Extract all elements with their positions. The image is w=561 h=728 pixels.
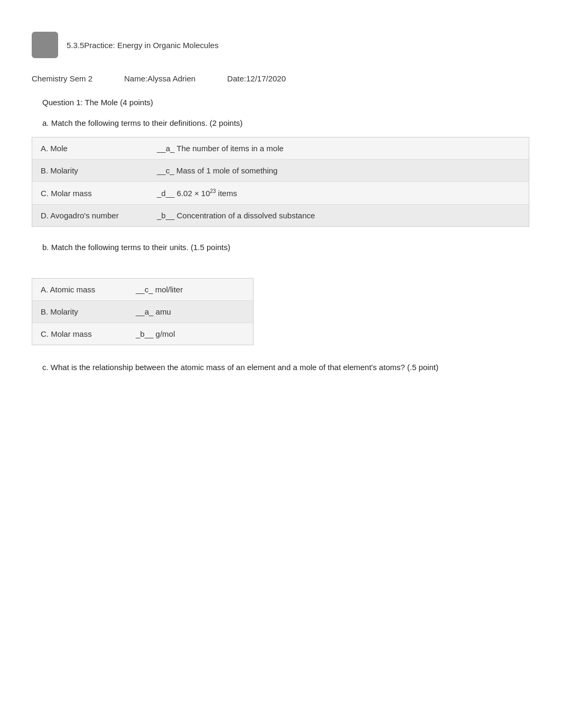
def-c: _d__ 6.02 × 1023 items <box>157 188 237 198</box>
term-c: C. Molar mass <box>41 189 157 198</box>
header-section: 5.3.5Practice: Energy in Organic Molecul… <box>32 21 529 58</box>
meta-section: Chemistry Sem 2 Name:Alyssa Adrien Date:… <box>32 74 529 83</box>
part-a-table: A. Mole __a_ The number of items in a mo… <box>32 137 529 227</box>
logo-icon <box>32 32 58 58</box>
table-row: C. Molar mass _d__ 6.02 × 1023 items <box>32 182 529 205</box>
part-a-label: a. Match the following terms to their de… <box>32 118 529 127</box>
unit-c: _b__ g/mol <box>136 329 175 338</box>
date-value: 12/17/2020 <box>246 74 286 83</box>
term-d: D. Avogadro's number <box>41 211 157 220</box>
term-molar-mass: C. Molar mass <box>41 329 136 338</box>
student-name: Name:Alyssa Adrien <box>124 74 195 83</box>
def-d: _b__ Concentration of a dissolved substa… <box>157 211 315 220</box>
term-b: B. Molarity <box>41 166 157 175</box>
header-title: 5.3.5Practice: Energy in Organic Molecul… <box>67 41 219 50</box>
part-b-label: b. Match the following terms to their un… <box>32 243 529 252</box>
part-c-label: c. What is the relationship between the … <box>32 361 529 374</box>
table-row: C. Molar mass _b__ g/mol <box>32 323 253 345</box>
table-row: B. Molarity __a_ amu <box>32 301 253 323</box>
def-b: __c_ Mass of 1 mole of something <box>157 166 277 175</box>
term-atomic-mass: A. Atomic mass <box>41 285 136 294</box>
table-row: D. Avogadro's number _b__ Concentration … <box>32 205 529 226</box>
unit-b: __a_ amu <box>136 307 171 316</box>
question1-heading: Question 1: The Mole (4 points) <box>32 98 529 107</box>
table-row: A. Atomic mass __c_ mol/liter <box>32 279 253 301</box>
date-label: Date: <box>227 74 246 83</box>
name-value: Alyssa Adrien <box>147 74 195 83</box>
date-field: Date:12/17/2020 <box>227 74 286 83</box>
name-label: Name: <box>124 74 147 83</box>
part-b-table: A. Atomic mass __c_ mol/liter B. Molarit… <box>32 278 254 345</box>
table-row: A. Mole __a_ The number of items in a mo… <box>32 137 529 160</box>
term-a: A. Mole <box>41 144 157 153</box>
term-molarity: B. Molarity <box>41 307 136 316</box>
def-a: __a_ The number of items in a mole <box>157 144 284 153</box>
course-label: Chemistry Sem 2 <box>32 74 92 83</box>
unit-a: __c_ mol/liter <box>136 285 183 294</box>
table-row: B. Molarity __c_ Mass of 1 mole of somet… <box>32 160 529 182</box>
